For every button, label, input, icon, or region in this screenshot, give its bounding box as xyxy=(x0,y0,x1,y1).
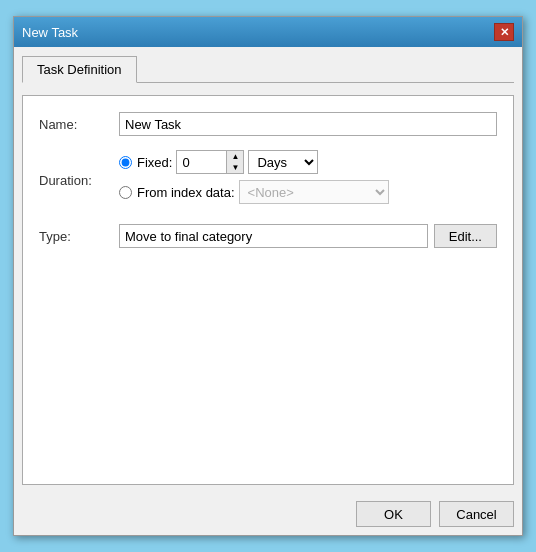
duration-row: Duration: Fixed: ▲ ▼ Da xyxy=(39,150,497,210)
window-body: Task Definition Name: Duration: Fixed: xyxy=(14,47,522,493)
days-select[interactable]: Days xyxy=(248,150,318,174)
content-area: Name: Duration: Fixed: ▲ ▼ xyxy=(22,95,514,485)
name-input[interactable] xyxy=(119,112,497,136)
window-title: New Task xyxy=(22,25,78,40)
spinner-buttons: ▲ ▼ xyxy=(226,150,244,174)
index-row: From index data: <None> xyxy=(119,180,497,204)
fixed-label: Fixed: xyxy=(137,155,172,170)
spinner-down-button[interactable]: ▼ xyxy=(227,162,243,173)
fixed-row: Fixed: ▲ ▼ Days xyxy=(119,150,497,174)
footer: OK Cancel xyxy=(14,493,522,535)
from-index-radio[interactable] xyxy=(119,186,132,199)
duration-number-container: ▲ ▼ Days xyxy=(176,150,318,174)
tab-label: Task Definition xyxy=(37,62,122,77)
duration-number-input[interactable] xyxy=(176,150,226,174)
name-row: Name: xyxy=(39,112,497,136)
type-input[interactable] xyxy=(119,224,428,248)
index-select[interactable]: <None> xyxy=(239,180,389,204)
title-bar: New Task ✕ xyxy=(14,17,522,47)
type-label: Type: xyxy=(39,229,119,244)
edit-button[interactable]: Edit... xyxy=(434,224,497,248)
type-row: Type: Edit... xyxy=(39,224,497,248)
close-button[interactable]: ✕ xyxy=(494,23,514,41)
name-label: Name: xyxy=(39,117,119,132)
tab-task-definition[interactable]: Task Definition xyxy=(22,56,137,83)
ok-button[interactable]: OK xyxy=(356,501,431,527)
from-index-label: From index data: xyxy=(137,185,235,200)
duration-section: Fixed: ▲ ▼ Days xyxy=(119,150,497,210)
tab-bar: Task Definition xyxy=(22,55,514,83)
cancel-button[interactable]: Cancel xyxy=(439,501,514,527)
fixed-radio[interactable] xyxy=(119,156,132,169)
duration-label: Duration: xyxy=(39,173,119,188)
main-window: New Task ✕ Task Definition Name: Duratio… xyxy=(13,16,523,536)
spinner-up-button[interactable]: ▲ xyxy=(227,151,243,162)
